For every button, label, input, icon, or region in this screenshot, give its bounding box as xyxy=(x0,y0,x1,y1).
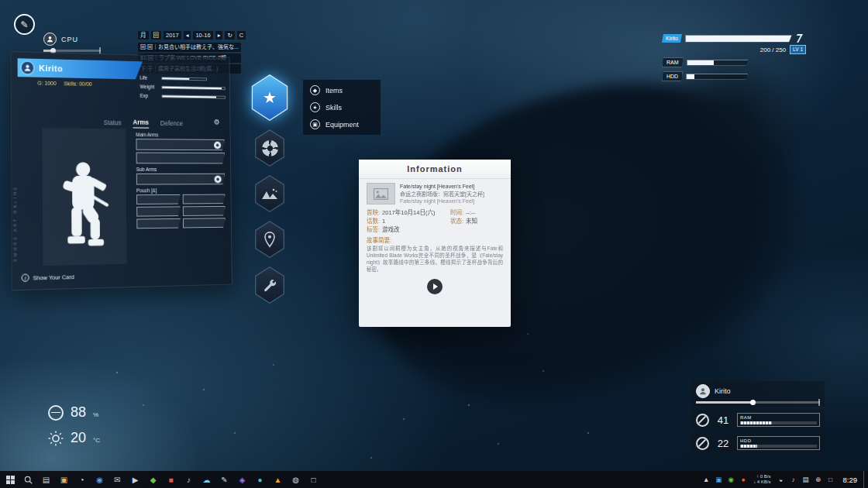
sub-arms-slot-1[interactable] xyxy=(136,174,225,185)
hex-submenu: ◆ Items ★ Skills ▣ Equipment xyxy=(303,80,381,135)
synopsis-text: 该剧将以间桐樱为女主角，从她的视角来描述与Fate和Unlimited Blad… xyxy=(367,245,503,273)
taskbar-app-icon[interactable]: ◍ xyxy=(287,471,305,488)
taskbar-app-icon[interactable]: ☁ xyxy=(198,471,215,488)
tray-icon[interactable]: □ xyxy=(825,471,837,488)
taskbar-app-icon[interactable]: ▶ xyxy=(126,471,144,488)
time-label: 时间: xyxy=(450,208,463,217)
items-icon: ◆ xyxy=(310,85,320,95)
show-your-card[interactable]: i Show Your Card xyxy=(22,273,74,282)
hp-bar xyxy=(685,35,792,43)
taskbar-app-icon[interactable]: ▣ xyxy=(55,471,73,488)
taskbar-app-icon[interactable]: ◆ xyxy=(144,471,162,488)
system-monitor-widget: Kirito 41 RAM 22 HDD xyxy=(691,381,825,456)
popup-title: Information xyxy=(359,160,511,179)
ram-meter: RAM xyxy=(737,413,820,427)
schedule-line[interactable]: 回:回｜お見合い相手は教え子、強気な... xyxy=(138,43,241,52)
menu-main-button[interactable]: ★ xyxy=(249,74,291,121)
taskbar-app-icon[interactable]: ● xyxy=(251,471,269,488)
card-settings-gear-icon[interactable]: ⚙ xyxy=(214,118,220,126)
date-token[interactable]: C xyxy=(237,31,246,40)
tray-icon[interactable]: ♪ xyxy=(787,471,800,488)
image-placeholder-icon xyxy=(374,188,388,200)
tab-arms[interactable]: Arms xyxy=(133,119,149,129)
gold-value: G: 1000 xyxy=(37,81,56,86)
humidity-icon xyxy=(48,405,64,421)
submenu-label: Items xyxy=(326,87,343,95)
info-icon: i xyxy=(22,273,29,281)
taskbar-app-icon[interactable]: ◔ xyxy=(73,471,91,488)
tray-icon[interactable]: ● xyxy=(737,471,749,488)
menu-skills-button[interactable] xyxy=(253,129,287,167)
taskbar-app-icon[interactable]: ◉ xyxy=(91,471,108,488)
taskbar-app-icon[interactable]: ▲ xyxy=(269,471,287,488)
menu-map-button[interactable] xyxy=(253,175,287,212)
tab-status[interactable]: Status xyxy=(104,119,122,128)
tags-value: 游戏改 xyxy=(382,225,400,234)
submenu-skills[interactable]: ★ Skills xyxy=(310,102,374,112)
date-token[interactable]: 10-16 xyxy=(193,31,212,40)
taskbar-clock[interactable]: 8:29 xyxy=(838,476,863,484)
hp-value: 200 / 250 xyxy=(760,46,786,53)
title-lines: Fate/stay night [Heaven's Feel] 命运之夜剧场版：… xyxy=(400,183,484,205)
taskbar-app-icon[interactable]: ■ xyxy=(162,471,180,488)
date-token[interactable]: ▸ xyxy=(215,31,223,40)
date-token[interactable]: ◂ xyxy=(184,31,191,40)
date-token[interactable]: 月 xyxy=(138,31,149,40)
pouch-slot[interactable] xyxy=(136,206,181,216)
tray-icon[interactable]: ▲ xyxy=(700,471,712,488)
hdd-tag: HDD xyxy=(662,71,683,81)
pouch-slot[interactable] xyxy=(182,206,225,216)
ram-percentage: 41 xyxy=(715,414,732,426)
pouch-slot[interactable] xyxy=(182,218,225,228)
taskbar-app-icon[interactable]: ✉ xyxy=(108,471,126,488)
logo-glyph: ✎ xyxy=(20,19,28,30)
taskbar: ▤▣◔◉✉▶◆■♪☁✎◈●▲◍□ ▲▣◉● ↑ 0 B/s ↓ 4 KB/s ◒… xyxy=(0,471,868,488)
title-en: Fate/stay night [Heaven's Feel] xyxy=(400,183,484,191)
tray-icon[interactable]: ▣ xyxy=(712,471,725,488)
taskbar-app-icon[interactable]: ♪ xyxy=(180,471,198,488)
character-card: Kirito G: 1000 Skills: 00/00 Life Weight… xyxy=(11,51,232,290)
character-resources: G: 1000 Skills: 00/00 xyxy=(37,81,91,87)
soldier-silhouette xyxy=(53,149,116,266)
pouch-slot[interactable] xyxy=(182,194,225,204)
date-token[interactable]: ↻ xyxy=(225,31,234,40)
launcher-logo-icon[interactable]: ✎ xyxy=(14,14,35,35)
play-button[interactable] xyxy=(427,279,443,294)
tray-icon[interactable]: ▤ xyxy=(800,471,812,488)
temperature-unit: °C xyxy=(93,437,100,444)
stat-label: Exp xyxy=(140,93,159,98)
monitor-avatar-icon[interactable] xyxy=(696,384,710,398)
menu-location-button[interactable] xyxy=(253,221,287,258)
terrain-icon xyxy=(260,187,279,201)
weight-bar xyxy=(161,85,225,89)
show-desktop-button[interactable] xyxy=(863,471,866,488)
tab-defence[interactable]: Defence xyxy=(160,119,183,129)
menu-tools-button[interactable] xyxy=(253,266,287,304)
pouch-slot[interactable] xyxy=(136,194,180,204)
taskbar-app-icon[interactable]: □ xyxy=(305,471,322,488)
date-bar[interactable]: 月回2017◂10-16▸↻C xyxy=(138,31,246,40)
pouch-slot[interactable] xyxy=(136,218,181,229)
tray-icon[interactable]: ⊕ xyxy=(812,471,825,488)
taskbar-app-icon[interactable]: ◈ xyxy=(233,471,251,488)
character-avatar-icon[interactable] xyxy=(21,60,35,74)
tray-icon[interactable]: ◉ xyxy=(725,471,737,488)
equipment-icon: ▣ xyxy=(310,119,320,129)
date-token[interactable]: 回 xyxy=(151,31,162,40)
windows-logo-icon xyxy=(6,476,15,484)
start-button[interactable] xyxy=(2,471,19,488)
wallpaper-particles xyxy=(0,0,2,2)
submenu-equipment[interactable]: ▣ Equipment xyxy=(310,119,374,129)
tray-icon[interactable]: ◒ xyxy=(775,471,787,488)
monitor-slider[interactable] xyxy=(696,401,820,404)
taskbar-app-icon[interactable]: ✎ xyxy=(215,471,233,488)
user-avatar-icon[interactable] xyxy=(43,33,57,46)
taskbar-app-icon[interactable]: ▤ xyxy=(37,471,55,488)
main-arms-slot-1[interactable] xyxy=(136,139,224,150)
submenu-items[interactable]: ◆ Items xyxy=(310,85,374,95)
date-token[interactable]: 2017 xyxy=(164,31,181,40)
search-button[interactable] xyxy=(19,471,37,488)
pouch-label: Pouch [&] xyxy=(136,187,225,193)
main-arms-slot-2[interactable] xyxy=(136,153,225,164)
stat-label: Weight xyxy=(140,84,159,89)
